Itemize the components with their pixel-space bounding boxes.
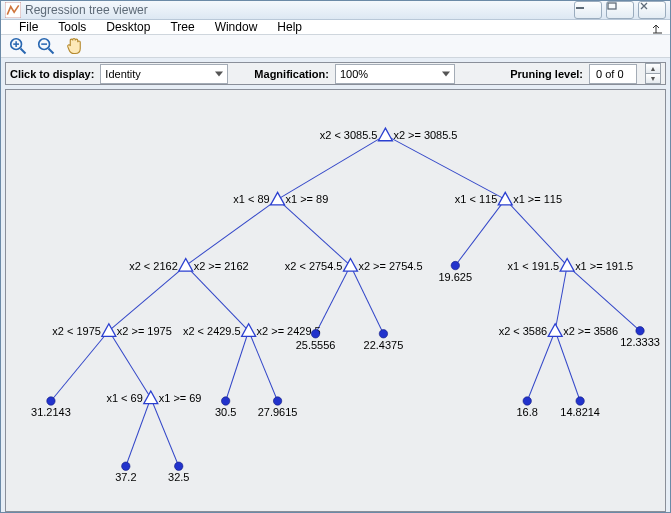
svg-line-29 — [151, 398, 179, 466]
click-to-display-label: Click to display: — [10, 68, 94, 80]
menu-tools[interactable]: Tools — [48, 20, 96, 34]
close-button[interactable] — [638, 1, 666, 19]
svg-text:x2 >= 1975: x2 >= 1975 — [117, 325, 172, 337]
svg-text:x2 < 1975: x2 < 1975 — [52, 325, 101, 337]
svg-point-70 — [175, 462, 183, 470]
svg-text:x2 < 3085.5: x2 < 3085.5 — [320, 129, 378, 141]
svg-line-22 — [51, 331, 109, 401]
maximize-button[interactable] — [606, 1, 634, 19]
pruning-level-down[interactable]: ▼ — [645, 74, 661, 84]
svg-text:19.625: 19.625 — [439, 271, 473, 283]
svg-text:x1 >= 115: x1 >= 115 — [513, 193, 562, 205]
menu-tree[interactable]: Tree — [160, 20, 204, 34]
tree-plot[interactable]: x2 < 3085.5x2 >= 3085.5x1 < 89x1 >= 89x1… — [5, 89, 666, 512]
pruning-level-up[interactable]: ▲ — [645, 63, 661, 74]
svg-text:x2 < 2162: x2 < 2162 — [129, 260, 178, 272]
svg-point-60 — [221, 397, 229, 405]
svg-text:x2 < 2429.5: x2 < 2429.5 — [183, 325, 241, 337]
svg-line-21 — [567, 266, 640, 331]
svg-point-50 — [379, 330, 387, 338]
svg-line-23 — [109, 331, 151, 398]
menubar: File Tools Desktop Tree Window Help — [1, 20, 670, 35]
svg-line-20 — [555, 266, 567, 331]
svg-text:25.5556: 25.5556 — [296, 339, 336, 351]
menu-window[interactable]: Window — [205, 20, 268, 34]
magnification-select[interactable]: 100% — [335, 64, 455, 84]
svg-point-40 — [451, 261, 459, 269]
svg-line-27 — [555, 331, 580, 401]
pan-icon[interactable] — [63, 35, 85, 57]
svg-text:30.5: 30.5 — [215, 406, 236, 418]
svg-line-14 — [455, 199, 505, 265]
app-icon — [5, 2, 21, 18]
svg-text:x1 >= 191.5: x1 >= 191.5 — [575, 260, 633, 272]
svg-text:37.2: 37.2 — [115, 471, 136, 483]
svg-text:x2 >= 2162: x2 >= 2162 — [194, 260, 249, 272]
titlebar: Regression tree viewer — [1, 1, 670, 20]
click-to-display-select[interactable]: Identity — [100, 64, 228, 84]
zoom-out-icon[interactable] — [35, 35, 57, 57]
window-title: Regression tree viewer — [25, 3, 574, 17]
svg-line-11 — [385, 135, 505, 199]
svg-line-8 — [49, 49, 54, 54]
svg-text:x1 < 115: x1 < 115 — [455, 193, 497, 205]
svg-point-56 — [47, 397, 55, 405]
svg-text:x2 >= 2754.5: x2 >= 2754.5 — [358, 260, 422, 272]
svg-line-28 — [126, 398, 151, 466]
svg-text:x2 >= 3085.5: x2 >= 3085.5 — [393, 129, 457, 141]
menu-file[interactable]: File — [9, 20, 48, 34]
svg-line-18 — [316, 266, 351, 334]
control-bar: Click to display: Identity Magnification… — [5, 62, 666, 85]
svg-line-10 — [278, 135, 386, 199]
magnification-value: 100% — [340, 68, 368, 80]
svg-text:x2 >= 3586: x2 >= 3586 — [563, 325, 618, 337]
svg-line-16 — [109, 266, 186, 331]
svg-rect-2 — [608, 3, 616, 9]
svg-line-4 — [21, 49, 26, 54]
app-window: Regression tree viewer File Tools Deskto… — [0, 0, 671, 513]
svg-line-24 — [226, 331, 249, 401]
svg-rect-1 — [576, 7, 584, 9]
svg-text:32.5: 32.5 — [168, 471, 189, 483]
svg-text:16.8: 16.8 — [517, 406, 538, 418]
svg-point-64 — [523, 397, 531, 405]
pruning-level-value: 0 of 0 — [596, 68, 624, 80]
svg-line-12 — [186, 199, 278, 265]
pruning-level-value-box: 0 of 0 — [589, 64, 637, 84]
svg-text:x2 < 2754.5: x2 < 2754.5 — [285, 260, 343, 272]
svg-text:x2 >= 2429.5: x2 >= 2429.5 — [257, 325, 321, 337]
svg-line-15 — [505, 199, 567, 265]
svg-line-13 — [278, 199, 351, 265]
tree-svg: x2 < 3085.5x2 >= 3085.5x1 < 89x1 >= 89x1… — [6, 90, 665, 511]
dock-icon[interactable] — [652, 23, 666, 37]
svg-line-25 — [249, 331, 278, 401]
svg-text:27.9615: 27.9615 — [258, 406, 298, 418]
svg-text:x1 >= 69: x1 >= 69 — [159, 392, 202, 404]
menu-help[interactable]: Help — [267, 20, 312, 34]
pruning-level-spinner: ▲ ▼ — [645, 63, 661, 84]
click-to-display-value: Identity — [105, 68, 140, 80]
svg-text:x1 >= 89: x1 >= 89 — [286, 193, 329, 205]
svg-text:x1 < 89: x1 < 89 — [233, 193, 269, 205]
svg-line-26 — [527, 331, 555, 401]
toolbar — [1, 35, 670, 58]
svg-line-17 — [186, 266, 249, 331]
magnification-label: Magnification: — [254, 68, 329, 80]
svg-point-48 — [311, 330, 319, 338]
svg-text:x2 < 3586: x2 < 3586 — [499, 325, 548, 337]
minimize-button[interactable] — [574, 1, 602, 19]
svg-text:12.3333: 12.3333 — [620, 336, 660, 348]
svg-text:14.8214: 14.8214 — [560, 406, 600, 418]
svg-point-54 — [636, 327, 644, 335]
svg-text:x1 < 191.5: x1 < 191.5 — [508, 260, 560, 272]
svg-point-68 — [122, 462, 130, 470]
svg-text:x1 < 69: x1 < 69 — [106, 392, 142, 404]
zoom-in-icon[interactable] — [7, 35, 29, 57]
svg-point-66 — [576, 397, 584, 405]
menu-desktop[interactable]: Desktop — [96, 20, 160, 34]
svg-text:22.4375: 22.4375 — [364, 339, 404, 351]
svg-point-62 — [273, 397, 281, 405]
pruning-level-label: Pruning level: — [510, 68, 583, 80]
svg-line-19 — [350, 266, 383, 334]
window-buttons — [574, 1, 666, 19]
